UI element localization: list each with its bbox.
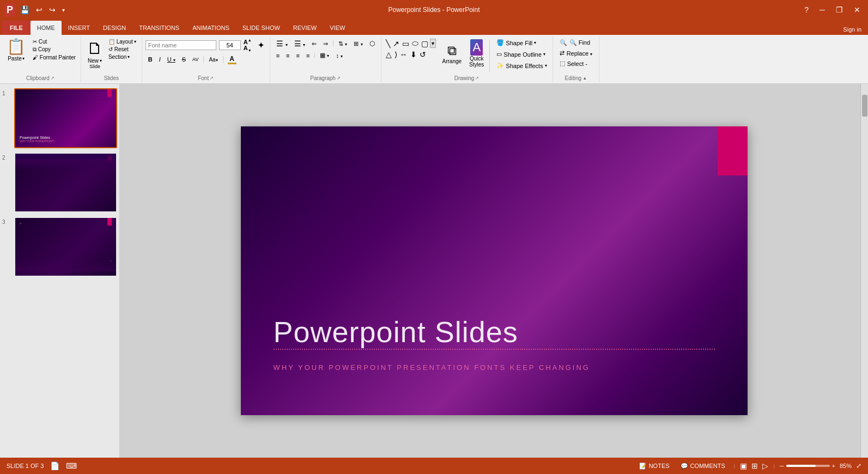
align-center-btn[interactable]: ≡ <box>283 51 292 60</box>
tab-design[interactable]: DESIGN <box>96 21 132 35</box>
tab-review[interactable]: REVIEW <box>287 21 323 35</box>
scroll-thumb[interactable] <box>862 95 867 117</box>
triangle-icon[interactable]: △ <box>385 50 393 59</box>
replace-dropdown-icon[interactable]: ▾ <box>590 52 592 57</box>
strikethrough-btn[interactable]: S <box>179 55 189 64</box>
slide-preview-3[interactable]: " " <box>14 217 117 277</box>
align-text-btn[interactable]: ⊞ ▾ <box>351 39 365 48</box>
left-right-arrow-icon[interactable]: ↔ <box>399 50 409 59</box>
view-normal-icon[interactable]: ▣ <box>740 461 747 470</box>
italic-btn[interactable]: I <box>156 55 163 64</box>
vertical-scrollbar[interactable] <box>860 84 868 458</box>
align-left-btn[interactable]: ≡ <box>274 51 282 60</box>
zoom-minus-btn[interactable]: ─ <box>780 463 784 469</box>
customize-btn[interactable]: ▾ <box>60 7 66 13</box>
align-right-btn[interactable]: ≡ <box>293 51 302 60</box>
reset-button[interactable]: ↺ Reset <box>106 46 138 53</box>
slide-thumb-3[interactable]: 3 " " <box>2 217 117 277</box>
copy-button[interactable]: ⧉ Copy <box>31 46 77 53</box>
shape-effects-btn[interactable]: ✨ Shape Effects ▾ <box>494 61 549 70</box>
shape-outline-dropdown[interactable]: ▾ <box>543 52 545 57</box>
section-button[interactable]: Section ▾ <box>106 53 138 60</box>
oval-icon[interactable]: ⬭ <box>411 38 420 48</box>
clear-format-btn[interactable]: ✦ <box>256 40 266 51</box>
bullets-btn[interactable]: ☰ ▾ <box>274 38 290 49</box>
line-spacing-btn[interactable]: ↕ ▾ <box>333 51 345 60</box>
zoom-plus-btn[interactable]: + <box>832 463 835 469</box>
close-btn[interactable]: ✕ <box>851 4 864 15</box>
decrease-font-btn[interactable]: A▼ <box>242 45 253 52</box>
increase-indent-btn[interactable]: ⇒ <box>320 39 331 48</box>
down-arrow-icon[interactable]: ⬇ <box>409 50 418 59</box>
tab-transitions[interactable]: TRANSITIONS <box>132 21 186 35</box>
tab-animations[interactable]: ANIMATIONS <box>186 21 236 35</box>
font-expand-icon[interactable]: ↗ <box>210 76 214 81</box>
section-dropdown-icon[interactable]: ▾ <box>128 54 130 59</box>
cut-button[interactable]: ✂ Cut <box>31 38 77 45</box>
shape-outline-btn[interactable]: ▭ Shape Outline ▾ <box>494 50 549 59</box>
view-grid-icon[interactable]: ⊞ <box>751 461 758 470</box>
undo-btn[interactable]: ↩ <box>34 5 44 14</box>
restore-btn[interactable]: ❐ <box>833 4 846 15</box>
font-size-input[interactable] <box>219 40 241 50</box>
tab-insert[interactable]: INSERT <box>62 21 96 35</box>
view-slideshow-icon[interactable]: ▷ <box>762 461 768 470</box>
slide-canvas[interactable]: Powerpoint Slides WHY YOUR POWERPOINT PR… <box>241 126 748 415</box>
text-direction-btn[interactable]: ⇅ ▾ <box>336 39 350 48</box>
quick-save-btn[interactable]: 💾 <box>19 5 31 14</box>
paste-dropdown-icon[interactable]: ▾ <box>22 56 25 61</box>
tab-home[interactable]: HOME <box>31 21 62 35</box>
find-button[interactable]: 🔍 🔍 Find <box>556 38 596 47</box>
right-arrow-shape-icon[interactable]: ⟩ <box>393 50 398 59</box>
quick-styles-button[interactable]: A QuickStyles <box>466 38 487 69</box>
new-slide-button[interactable]: 🗋 New ▾ Slide <box>84 38 105 70</box>
font-name-input[interactable] <box>145 40 216 50</box>
slide-thumb-1[interactable]: 1 Powerpoint Slides WHY YOUR POWERPOINT.… <box>2 88 117 148</box>
layout-button[interactable]: 📋 Layout ▾ <box>106 38 138 45</box>
change-case-btn[interactable]: Aa▾ <box>206 56 220 64</box>
arrange-button[interactable]: ⧉ Arrange <box>439 42 465 65</box>
rounded-rect-icon[interactable]: ▢ <box>420 39 429 48</box>
tab-view[interactable]: VIEW <box>323 21 351 35</box>
slide-thumb-2[interactable]: 2 <box>2 153 117 212</box>
smartart-btn[interactable]: ⬡ <box>367 39 378 48</box>
underline-btn[interactable]: U ▾ <box>165 55 178 64</box>
help-btn[interactable]: ? <box>801 4 812 15</box>
slide-preview-1[interactable]: Powerpoint Slides WHY YOUR POWERPOINT... <box>14 88 117 148</box>
canvas-title[interactable]: Powerpoint Slides <box>274 315 715 350</box>
shape-fill-dropdown[interactable]: ▾ <box>534 40 536 45</box>
paste-button[interactable]: 📋 Paste ▾ <box>3 38 29 63</box>
columns-btn[interactable]: ▦ ▾ <box>317 51 332 60</box>
numbering-btn[interactable]: ☰ ▾ <box>292 38 308 49</box>
clipboard-expand-icon[interactable]: ↗ <box>51 76 54 81</box>
zoom-track[interactable] <box>786 465 830 467</box>
font-color-btn[interactable]: A <box>226 54 239 65</box>
comments-btn[interactable]: 💬 COMMENTS <box>677 461 729 471</box>
sign-in-btn[interactable]: Sign in <box>839 24 866 35</box>
notes-btn[interactable]: 📝 NOTES <box>636 461 673 471</box>
decrease-indent-btn[interactable]: ⇐ <box>309 39 319 48</box>
minimize-btn[interactable]: ─ <box>816 4 828 15</box>
canvas-subtitle[interactable]: WHY YOUR POWERPOINT PRESENTATION FONTS K… <box>274 363 715 372</box>
select-button[interactable]: ⬚ Select - <box>556 59 596 68</box>
arrow-icon[interactable]: ↗ <box>392 39 400 48</box>
bold-btn[interactable]: B <box>145 55 155 64</box>
tab-slideshow[interactable]: SLIDE SHOW <box>236 21 287 35</box>
char-space-btn[interactable]: AV <box>190 56 201 63</box>
slide-preview-2[interactable] <box>14 153 117 212</box>
drawing-expand-icon[interactable]: ↗ <box>475 76 479 81</box>
expand-shapes-btn[interactable]: ▾ <box>430 39 436 48</box>
redo-btn[interactable]: ↪ <box>47 5 57 14</box>
justify-btn[interactable]: ≡ <box>304 51 312 60</box>
editing-expand-icon[interactable]: ▲ <box>582 76 587 81</box>
shape-fill-btn[interactable]: 🪣 Shape Fill ▾ <box>494 38 549 47</box>
paragraph-expand-icon[interactable]: ↗ <box>337 76 341 81</box>
fit-screen-btn[interactable]: ⤢ <box>856 462 861 470</box>
replace-button[interactable]: ⇄ Replace ▾ <box>556 48 596 58</box>
new-slide-dropdown[interactable]: ▾ <box>100 58 102 63</box>
tab-file[interactable]: FILE <box>2 21 31 35</box>
curved-arrow-icon[interactable]: ↺ <box>418 50 427 59</box>
rect-icon[interactable]: ▭ <box>401 39 410 48</box>
line-icon[interactable]: ╲ <box>385 39 391 48</box>
increase-font-btn[interactable]: A▲ <box>242 38 253 45</box>
